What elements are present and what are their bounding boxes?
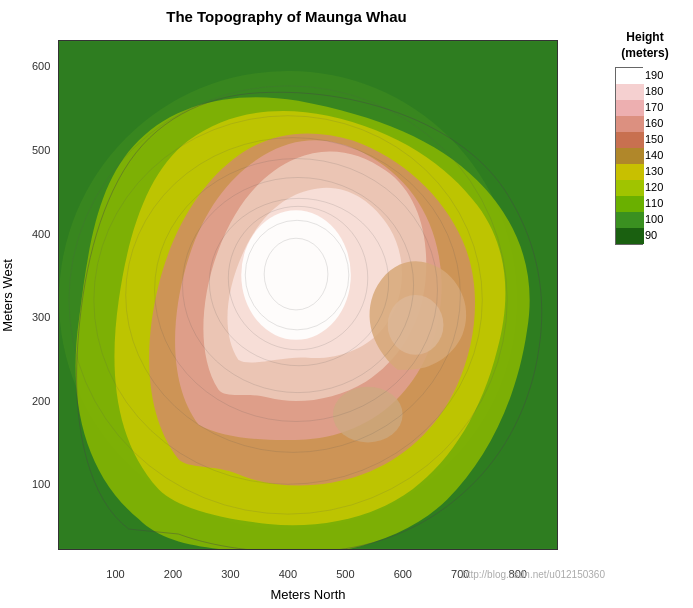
x-tick-400: 400 xyxy=(279,568,297,580)
y-tick-100: 100 xyxy=(32,478,50,490)
legend-level-120 xyxy=(616,180,644,196)
legend-label-160: 160 xyxy=(645,115,663,131)
legend-area: Height (meters) 190 180 170 160 xyxy=(605,30,685,245)
legend-label-100: 100 xyxy=(645,211,663,227)
legend-colorbar xyxy=(615,67,643,245)
svg-point-4 xyxy=(333,387,403,443)
legend-level-180 xyxy=(616,84,644,100)
x-axis-label: Meters North xyxy=(58,587,558,602)
chart-container: The Topography of Maunga Whau Meters Wes… xyxy=(0,0,693,608)
x-tick-200: 200 xyxy=(164,568,182,580)
plot-area xyxy=(58,40,558,550)
legend-level-190 xyxy=(616,68,644,84)
legend-level-140 xyxy=(616,148,644,164)
x-tick-100: 100 xyxy=(106,568,124,580)
chart-title: The Topography of Maunga Whau xyxy=(0,8,573,25)
y-tick-200: 200 xyxy=(32,395,50,407)
x-tick-600: 600 xyxy=(394,568,412,580)
legend-label-190: 190 xyxy=(645,67,663,83)
legend-level-160 xyxy=(616,116,644,132)
legend-label-90: 90 xyxy=(645,227,663,243)
y-tick-400: 400 xyxy=(32,228,50,240)
legend-level-110 xyxy=(616,196,644,212)
legend-title: Height (meters) xyxy=(605,30,685,61)
watermark: http://blog.csdn.net/u012150360 xyxy=(462,569,605,580)
topography-svg xyxy=(59,41,557,549)
y-tick-500: 500 xyxy=(32,144,50,156)
y-axis-label: Meters West xyxy=(0,40,14,550)
x-tick-300: 300 xyxy=(221,568,239,580)
legend-label-140: 140 xyxy=(645,147,663,163)
x-tick-500: 500 xyxy=(336,568,354,580)
legend-label-170: 170 xyxy=(645,99,663,115)
legend-label-150: 150 xyxy=(645,131,663,147)
legend-label-130: 130 xyxy=(645,163,663,179)
svg-point-2 xyxy=(241,210,351,339)
svg-point-3 xyxy=(388,295,444,355)
legend-level-150 xyxy=(616,132,644,148)
legend-label-120: 120 xyxy=(645,179,663,195)
legend-label-110: 110 xyxy=(645,195,663,211)
legend-label-180: 180 xyxy=(645,83,663,99)
y-tick-600: 600 xyxy=(32,60,50,72)
y-tick-300: 300 xyxy=(32,311,50,323)
legend-level-90 xyxy=(616,228,644,244)
legend-labels-container: 190 180 170 160 150 140 130 120 110 100 … xyxy=(645,67,663,243)
legend-level-130 xyxy=(616,164,644,180)
legend-level-100 xyxy=(616,212,644,228)
legend-level-170 xyxy=(616,100,644,116)
